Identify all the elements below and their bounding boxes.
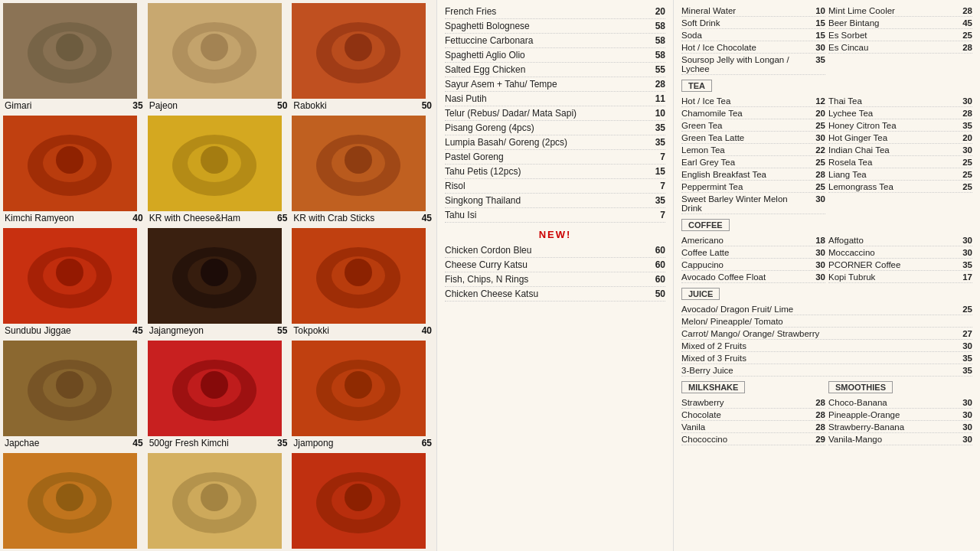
bev-item: Soursop Jelly with Longan / Lychee35 <box>681 54 825 75</box>
left-panel: Gimari 35 Pajeon 50 Rabokki <box>0 0 436 551</box>
coffee-price: 30 <box>956 248 972 257</box>
menu-item-row: Salted Egg Chicken 55 <box>445 63 665 77</box>
tea-price: 20 <box>808 109 825 118</box>
tea-name: Honey Citron Tea <box>828 121 956 130</box>
food-image <box>148 341 282 436</box>
main-container: Gimari 35 Pajeon 50 Rabokki <box>0 0 980 551</box>
food-price: 40 <box>132 213 142 223</box>
milkshake-item: Strawberry28 <box>681 396 825 409</box>
food-name: Tokpokki <box>293 325 329 336</box>
menu-item-name: Spaghetti Bolognese <box>445 21 646 31</box>
menu-item-price: 35 <box>646 137 665 148</box>
tea-item: English Breakfast Tea28 <box>681 168 825 181</box>
new-menu-item-row: Fish, Chips, N Rings 60 <box>445 272 665 287</box>
tea-item: Rosela Tea25 <box>828 156 972 168</box>
tea-name: Lemongrass Tea <box>828 182 956 191</box>
coffee-name: Americano <box>681 236 808 245</box>
tea-name: Earl Grey Tea <box>681 158 808 167</box>
tea-price: 30 <box>808 194 825 213</box>
milkshake-col: MILKSHAKEStrawberry28Chocolate28Vanila28… <box>681 377 825 445</box>
menu-item-row: Spaghetti Aglio Olio 58 <box>445 48 665 63</box>
tea-header: TEA <box>681 80 712 92</box>
food-label: Jajangmeyon 55 <box>148 324 289 337</box>
juice-price: 27 <box>962 329 972 338</box>
coffee-price: 30 <box>808 272 825 282</box>
coffee-price: 17 <box>956 272 972 282</box>
menu-item-name: Spaghetti Aglio Olio <box>445 50 646 60</box>
menu-item-name: Pisang Goreng (4pcs) <box>445 122 646 133</box>
tea-item: Indian Chai Tea30 <box>828 144 972 156</box>
tea-item: Green Tea25 <box>681 119 825 132</box>
menu-item-price: 15 <box>646 166 665 177</box>
food-item: Gimari 35 <box>3 3 145 112</box>
coffee-item: Kopi Tubruk17 <box>828 271 972 283</box>
food-name: 500gr Fresh Kimchi <box>149 438 229 448</box>
right-panel: Mineral Water10Soft Drink15Soda15Hot / I… <box>674 0 980 551</box>
coffee-header: COFFEE <box>681 219 730 231</box>
food-image <box>292 3 426 99</box>
svg-point-35 <box>345 259 372 286</box>
svg-point-11 <box>345 34 372 61</box>
menu-item-name: Sayur Asem + Tahu/ Tempe <box>445 79 646 90</box>
menu-item-name: Lumpia Basah/ Goreng (2pcs) <box>445 137 646 148</box>
coffee-price: 35 <box>956 260 972 269</box>
tea-item: Lemon Tea22 <box>681 144 825 156</box>
bev-name: Beer Bintang <box>828 18 956 28</box>
food-item: Tokpokki 40 <box>292 228 433 337</box>
food-item: HoneyLemon Chicken 40 <box>3 453 145 551</box>
food-price: 50 <box>422 100 432 111</box>
tea-item: Honey Citron Tea35 <box>828 119 972 132</box>
tea-price: 25 <box>808 182 825 191</box>
tea-name: Peppermint Tea <box>681 182 808 191</box>
tea-name: Liang Tea <box>828 170 956 179</box>
svg-point-19 <box>201 146 228 174</box>
menu-item-price: 58 <box>646 35 665 46</box>
tea-item: Hot / Ice Tea12 <box>681 95 825 107</box>
tea-name: Green Tea <box>681 121 808 130</box>
tea-price: 25 <box>808 158 825 167</box>
food-price: 65 <box>422 438 432 448</box>
tea-item: Lychee Tea28 <box>828 107 972 119</box>
bev-item: Es Cincau28 <box>828 41 972 54</box>
juice-item: Mixed of 3 Fruits35 <box>681 352 972 364</box>
tea-name: English Breakfast Tea <box>681 170 808 179</box>
tea-item: Sweet Barley Winter Melon Drink30 <box>681 193 825 214</box>
food-image <box>292 453 426 549</box>
bev-item: Soft Drink15 <box>681 17 825 29</box>
tea-item: Thai Tea30 <box>828 95 972 107</box>
bev-price: 10 <box>808 6 825 15</box>
juice-price: 35 <box>962 366 972 375</box>
menu-item-price: 11 <box>646 93 665 104</box>
smoothie-item: Vanila-Mango30 <box>828 433 972 445</box>
new-menu-item-name: Fish, Chips, N Rings <box>445 274 646 285</box>
coffee-price: 30 <box>808 248 825 257</box>
food-item: Rabokki 50 <box>292 3 433 112</box>
milkshake-name: Chocolate <box>681 410 808 419</box>
menu-item-price: 58 <box>646 50 665 60</box>
food-label: Pajeon 50 <box>148 99 289 112</box>
menu-item-name: Telur (Rebus/ Dadar/ Mata Sapi) <box>445 108 646 119</box>
food-image <box>3 453 137 549</box>
menu-item-name: Tahu Petis (12pcs) <box>445 166 646 177</box>
coffee-item: Moccaccino30 <box>828 246 972 259</box>
new-menu-item-price: 60 <box>646 259 665 270</box>
food-price: 55 <box>277 325 287 336</box>
menu-item-name: Fettuccine Carbonara <box>445 35 646 46</box>
tea-price: 30 <box>956 145 972 155</box>
milkshake-item: Chococcino29 <box>681 433 825 445</box>
coffee-item: Americano18 <box>681 234 825 246</box>
menu-item-price: 55 <box>646 64 665 75</box>
food-item: Japchae 45 <box>3 341 145 450</box>
food-image <box>3 116 137 211</box>
tea-section: Hot / Ice Tea12Chamomile Tea20Green Tea2… <box>681 95 972 214</box>
juice-name: Mixed of 2 Fruits <box>681 341 962 350</box>
svg-point-47 <box>345 371 372 399</box>
juice-name: 3-Berry Juice <box>681 366 962 375</box>
bev-item: Beer Bintang45 <box>828 17 972 29</box>
new-menu-item-row: Chicken Cheese Katsu 50 <box>445 287 665 302</box>
bev-price: 45 <box>956 18 972 28</box>
food-image <box>148 116 282 211</box>
tea-price: 30 <box>956 96 972 106</box>
bev-price: 25 <box>956 31 972 40</box>
svg-point-15 <box>56 146 83 174</box>
